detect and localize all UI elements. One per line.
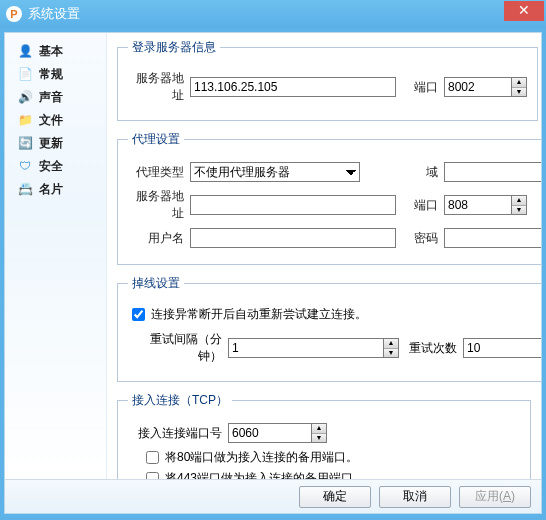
backup-port-80-label: 将80端口做为接入连接的备用端口。: [165, 449, 358, 466]
group-tcp: 接入连接（TCP） 接入连接端口号 ▲▼ 将80端口做为接入连接的备用端口。 将…: [117, 392, 531, 479]
backup-port-80-checkbox[interactable]: [146, 451, 159, 464]
sidebar-item-security[interactable]: 🛡 安全: [9, 155, 102, 177]
content-pane: 登录服务器信息 服务器地址 端口 ▲▼ 代理设置 代理类型: [107, 33, 541, 479]
proxy-type-select[interactable]: 不使用代理服务器: [190, 162, 360, 182]
group-legend: 登录服务器信息: [128, 39, 220, 56]
folder-icon: 📁: [17, 112, 33, 128]
titlebar: P 系统设置 ✕: [0, 0, 546, 28]
footer: 确定 取消 应用(A): [5, 479, 541, 513]
apply-button[interactable]: 应用(A): [459, 486, 531, 508]
auto-reconnect-label: 连接异常断开后自动重新尝试建立连接。: [151, 306, 367, 323]
group-login-server: 登录服务器信息 服务器地址 端口 ▲▼: [117, 39, 538, 121]
retry-count-input[interactable]: [463, 338, 541, 358]
proxy-user-input[interactable]: [190, 228, 396, 248]
list-icon: 📄: [17, 66, 33, 82]
sidebar-item-sound[interactable]: 🔊 声音: [9, 86, 102, 108]
backup-port-443-label: 将443端口做为接入连接的备用端口。: [165, 470, 365, 479]
sidebar-item-general[interactable]: 📄 常规: [9, 63, 102, 85]
label-tcp-port: 接入连接端口号: [128, 425, 228, 442]
label-retry-interval: 重试间隔（分钟）: [128, 331, 228, 365]
label-server-address: 服务器地址: [128, 70, 190, 104]
proxy-server-input[interactable]: [190, 195, 396, 215]
proxy-pass-input[interactable]: [444, 228, 541, 248]
app-icon: P: [6, 6, 22, 22]
ok-button[interactable]: 确定: [299, 486, 371, 508]
label-proxy-port: 端口: [408, 197, 444, 214]
label-domain: 域: [408, 164, 444, 181]
port-spinner[interactable]: ▲▼: [512, 77, 527, 97]
shield-icon: 🛡: [17, 158, 33, 174]
retry-interval-spinner[interactable]: ▲▼: [384, 338, 399, 358]
group-proxy: 代理设置 代理类型 不使用代理服务器 域 服务器地址 端口: [117, 131, 541, 265]
label-username: 用户名: [128, 230, 190, 247]
proxy-port-spinner[interactable]: ▲▼: [512, 195, 527, 215]
backup-port-443-checkbox[interactable]: [146, 472, 159, 479]
cancel-button[interactable]: 取消: [379, 486, 451, 508]
group-legend: 接入连接（TCP）: [128, 392, 232, 409]
proxy-port-input[interactable]: [444, 195, 512, 215]
sidebar-item-file[interactable]: 📁 文件: [9, 109, 102, 131]
label-password: 密码: [408, 230, 444, 247]
label-proxy-server: 服务器地址: [128, 188, 190, 222]
sidebar-item-label: 安全: [39, 158, 63, 175]
card-icon: 📇: [17, 181, 33, 197]
sidebar-item-label: 更新: [39, 135, 63, 152]
sidebar-item-label: 基本: [39, 43, 63, 60]
proxy-domain-input[interactable]: [444, 162, 541, 182]
sidebar-item-basic[interactable]: 👤 基本: [9, 40, 102, 62]
sidebar-item-card[interactable]: 📇 名片: [9, 178, 102, 200]
close-button[interactable]: ✕: [504, 1, 544, 21]
group-legend: 代理设置: [128, 131, 184, 148]
tcp-port-input[interactable]: [228, 423, 312, 443]
login-server-input[interactable]: [190, 77, 396, 97]
sidebar-item-update[interactable]: 🔄 更新: [9, 132, 102, 154]
label-retry-count: 重试次数: [407, 340, 463, 357]
speaker-icon: 🔊: [17, 89, 33, 105]
label-port: 端口: [408, 79, 444, 96]
window-title: 系统设置: [28, 5, 80, 23]
sidebar-item-label: 声音: [39, 89, 63, 106]
apply-label: 应用(A): [475, 489, 515, 503]
sidebar: 👤 基本 📄 常规 🔊 声音 📁 文件 🔄 更新 🛡 安全: [5, 33, 107, 479]
sidebar-item-label: 常规: [39, 66, 63, 83]
sidebar-item-label: 名片: [39, 181, 63, 198]
refresh-icon: 🔄: [17, 135, 33, 151]
tcp-port-spinner[interactable]: ▲▼: [312, 423, 327, 443]
sidebar-item-label: 文件: [39, 112, 63, 129]
label-proxy-type: 代理类型: [128, 164, 190, 181]
login-port-input[interactable]: [444, 77, 512, 97]
retry-interval-input[interactable]: [228, 338, 384, 358]
auto-reconnect-checkbox[interactable]: [132, 308, 145, 321]
user-icon: 👤: [17, 43, 33, 59]
group-legend: 掉线设置: [128, 275, 184, 292]
group-reconnect: 掉线设置 连接异常断开后自动重新尝试建立连接。 重试间隔（分钟） ▲▼ 重试次数: [117, 275, 541, 382]
